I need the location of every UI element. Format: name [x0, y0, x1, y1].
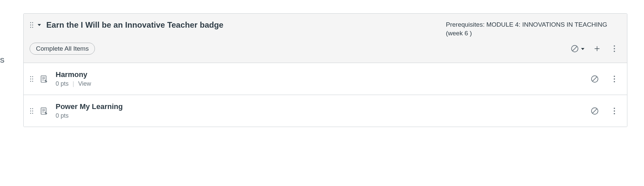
module-item-body: Power My Learning 0 pts	[56, 102, 590, 119]
svg-point-3	[32, 25, 33, 26]
item-options-button[interactable]	[610, 74, 619, 84]
svg-point-25	[614, 76, 615, 77]
module-item-left	[30, 75, 48, 83]
module-header-top: Earn the I Will be an Innovative Teacher…	[30, 20, 619, 37]
svg-point-30	[30, 110, 31, 111]
svg-line-24	[593, 77, 597, 81]
svg-point-17	[30, 81, 31, 82]
svg-point-4	[30, 27, 31, 28]
svg-point-15	[30, 78, 31, 79]
unpublished-icon[interactable]	[590, 75, 599, 83]
svg-point-42	[614, 113, 615, 114]
module-item-points: 0 pts	[56, 112, 69, 119]
svg-point-16	[32, 78, 33, 79]
module-item-title[interactable]: Power My Learning	[56, 102, 590, 111]
svg-point-11	[614, 48, 615, 49]
module-item: Power My Learning 0 pts	[24, 95, 627, 127]
module-item-left	[30, 107, 48, 115]
svg-point-18	[32, 81, 33, 82]
svg-point-28	[30, 108, 31, 109]
svg-point-10	[614, 45, 615, 47]
divider: |	[73, 80, 74, 87]
module-item-body: Harmony 0 pts | View	[56, 70, 590, 87]
svg-point-32	[30, 113, 31, 114]
svg-point-33	[32, 113, 33, 114]
svg-point-1	[32, 22, 33, 23]
module-item-points: 0 pts	[56, 80, 69, 87]
offscreen-char: S	[0, 57, 4, 64]
module-options-button[interactable]	[610, 44, 619, 53]
assignment-icon	[40, 75, 48, 83]
publish-menu-button[interactable]	[570, 44, 584, 53]
assignment-icon	[40, 107, 48, 115]
chevron-down-icon	[581, 46, 584, 52]
module-item: Harmony 0 pts | View	[24, 63, 627, 95]
completion-requirement-pill: Complete All Items	[30, 43, 95, 55]
drag-handle-icon[interactable]	[30, 76, 34, 82]
svg-point-29	[32, 108, 33, 109]
module-prerequisites: Prerequisites: MODULE 4: INNOVATIONS IN …	[446, 20, 619, 37]
svg-point-2	[30, 25, 31, 26]
svg-line-39	[593, 109, 597, 113]
module-item-subtext: 0 pts | View	[56, 80, 590, 87]
module-item-actions	[590, 74, 619, 84]
svg-point-5	[32, 27, 33, 28]
module-title-group: Earn the I Will be an Innovative Teacher…	[30, 20, 223, 30]
module-title: Earn the I Will be an Innovative Teacher…	[46, 20, 223, 30]
svg-point-27	[614, 81, 615, 82]
module-item-requirement: View	[78, 80, 91, 87]
drag-handle-icon[interactable]	[30, 108, 34, 114]
module-item-title[interactable]: Harmony	[56, 70, 590, 79]
svg-point-40	[614, 108, 615, 109]
add-item-button[interactable]	[592, 44, 602, 53]
module-header-bottom: Complete All Items	[30, 43, 619, 55]
svg-point-14	[32, 76, 33, 77]
module-header-actions	[570, 44, 619, 53]
unpublished-icon[interactable]	[590, 107, 599, 115]
module-header: Earn the I Will be an Innovative Teacher…	[24, 14, 627, 63]
unpublished-icon	[570, 44, 579, 53]
svg-point-13	[30, 76, 31, 77]
module-item-subtext: 0 pts	[56, 112, 590, 119]
module-item-actions	[590, 106, 619, 116]
item-options-button[interactable]	[610, 106, 619, 116]
prerequisites-label: Prerequisites:	[446, 21, 484, 28]
drag-handle-icon[interactable]	[30, 22, 34, 28]
svg-point-12	[614, 51, 615, 52]
svg-point-41	[614, 110, 615, 112]
module-container: Earn the I Will be an Innovative Teacher…	[23, 13, 627, 127]
svg-point-26	[614, 78, 615, 80]
collapse-toggle-icon[interactable]	[37, 23, 42, 27]
svg-point-0	[30, 22, 31, 23]
svg-line-7	[573, 47, 577, 51]
svg-point-31	[32, 110, 33, 111]
